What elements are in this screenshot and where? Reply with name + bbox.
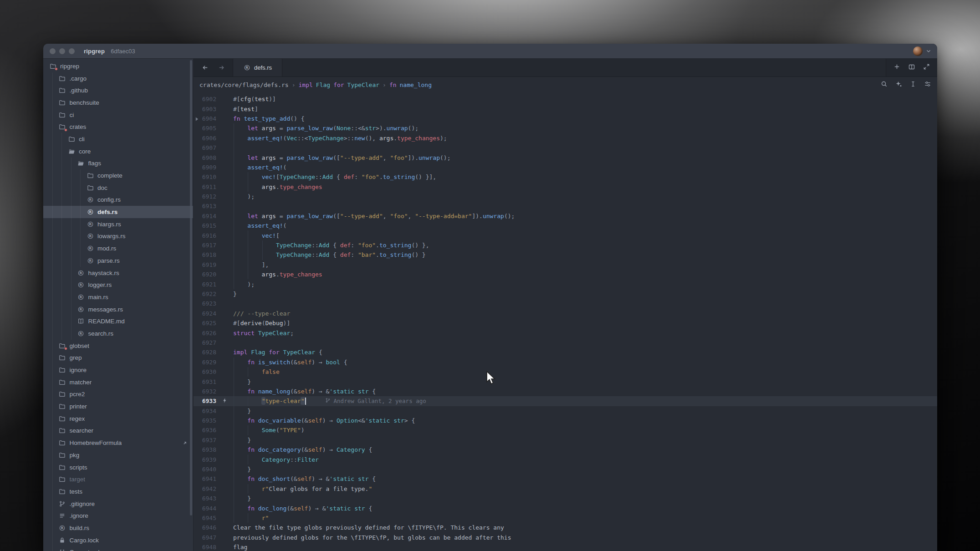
code-line-6925[interactable]: 6925#[derive(Debug)]	[194, 318, 937, 328]
code-line-6916[interactable]: 6916 vec![	[194, 230, 937, 240]
tree-item-build-rs[interactable]: Rbuild.rs	[43, 522, 193, 534]
code-line-6931[interactable]: 6931 }	[194, 377, 937, 386]
code-action-bolt-icon[interactable]	[222, 398, 228, 405]
code-line-6944[interactable]: 6944 fn doc_long(&self) → &'static str {	[194, 503, 937, 513]
tree-item-logger-rs[interactable]: Rlogger.rs	[43, 279, 193, 291]
tree-item-grep[interactable]: grep	[43, 352, 193, 364]
tree-item-main-rs[interactable]: Rmain.rs	[43, 291, 193, 303]
tree-item-globset[interactable]: globset	[43, 340, 193, 352]
code-line-6933[interactable]: 6933 "type-clear"Andrew Gallant, 2 years…	[194, 396, 937, 406]
tree-item-searcher[interactable]: searcher	[43, 425, 193, 437]
tree-item-crates[interactable]: crates	[43, 121, 193, 133]
filter-sliders-icon[interactable]	[924, 81, 931, 89]
tree-item-pkg[interactable]: pkg	[43, 449, 193, 461]
code-line-6936[interactable]: 6936 Some("TYPE")	[194, 425, 937, 435]
assistant-sparkle-icon[interactable]	[895, 81, 902, 89]
tree-item-benchsuite[interactable]: benchsuite	[43, 97, 193, 109]
code-line-6908[interactable]: 6908 let args = parse_low_raw(["--type-a…	[194, 153, 937, 162]
tree-item-core[interactable]: core	[43, 145, 193, 158]
code-line-6904[interactable]: 6904fn test_type_add() {	[194, 114, 937, 123]
close-button[interactable]	[50, 48, 56, 54]
tree-item--cargo[interactable]: .cargo	[43, 72, 193, 85]
project-name[interactable]: ripgrep	[84, 48, 105, 55]
code-line-6946[interactable]: 6946Clear the file type globs previously…	[194, 523, 937, 532]
tree-item-printer[interactable]: printer	[43, 400, 193, 413]
tree-item-homebrewformula[interactable]: HomebrewFormula	[43, 437, 193, 449]
tree-item-cli[interactable]: cli	[43, 133, 193, 145]
tree-item-messages-rs[interactable]: Rmessages.rs	[43, 303, 193, 316]
sidebar-scrollbar[interactable]	[190, 60, 192, 515]
code-line-6934[interactable]: 6934 }	[194, 406, 937, 416]
tree-item-ci[interactable]: ci	[43, 109, 193, 121]
code-line-6929[interactable]: 6929 fn is_switch(&self) → bool {	[194, 357, 937, 367]
code-line-6924[interactable]: 6924/// --type-clear	[194, 309, 937, 318]
tree-item-defs-rs[interactable]: Rdefs.rs	[43, 206, 193, 218]
titlebar[interactable]: ripgrep 6dfaec03	[43, 44, 937, 59]
tree-item-flags[interactable]: flags	[43, 158, 193, 170]
tree-item-hiargs-rs[interactable]: Rhiargs.rs	[43, 218, 193, 230]
code-line-6905[interactable]: 6905 let args = parse_low_raw(None::<&st…	[194, 123, 937, 133]
code-line-6902[interactable]: 6902#[cfg(test)]	[194, 94, 937, 104]
line-marker-icon[interactable]	[195, 116, 199, 123]
code-line-6918[interactable]: 6918 TypeChange::Add { def: "bar".to_str…	[194, 250, 937, 260]
code-line-6919[interactable]: 6919 ],	[194, 260, 937, 270]
tree-item-ripgrep[interactable]: ripgrep	[43, 60, 193, 72]
new-tab-icon[interactable]	[893, 63, 900, 72]
code-line-6920[interactable]: 6920 args.type_changes	[194, 270, 937, 279]
tree-item-parse-rs[interactable]: Rparse.rs	[43, 255, 193, 267]
tree-item-pcre2[interactable]: pcre2	[43, 388, 193, 401]
code-line-6928[interactable]: 6928impl Flag for TypeClear {	[194, 347, 937, 357]
code-editor[interactable]: 6902#[cfg(test)]6903#[test]6904fn test_t…	[194, 92, 937, 551]
code-line-6913[interactable]: 6913	[194, 201, 937, 211]
code-line-6927[interactable]: 6927	[194, 338, 937, 347]
tree-item-target[interactable]: target	[43, 473, 193, 485]
code-line-6941[interactable]: 6941 fn doc_short(&self) → &'static str …	[194, 474, 937, 484]
code-line-6907[interactable]: 6907	[194, 143, 937, 153]
tree-item-ignore[interactable]: ignore	[43, 364, 193, 376]
code-line-6911[interactable]: 6911 args.type_changes	[194, 182, 937, 192]
tab-defs-rs[interactable]: R defs.rs	[233, 59, 282, 77]
code-line-6910[interactable]: 6910 vec![TypeChange::Add { def: "foo".t…	[194, 172, 937, 182]
tree-item-search-rs[interactable]: Rsearch.rs	[43, 327, 193, 340]
minimize-button[interactable]	[59, 48, 65, 54]
code-line-6937[interactable]: 6937 }	[194, 435, 937, 445]
expand-pane-icon[interactable]	[923, 63, 930, 72]
tree-item-doc[interactable]: doc	[43, 182, 193, 194]
tree-item-cargo-lock[interactable]: Cargo.lock	[43, 534, 193, 546]
code-line-6947[interactable]: 6947previously defined globs for the \fI…	[194, 533, 937, 542]
commit-hash[interactable]: 6dfaec03	[111, 48, 135, 55]
tree-item-tests[interactable]: tests	[43, 485, 193, 498]
tree-item--github[interactable]: .github	[43, 84, 193, 97]
code-line-6914[interactable]: 6914 let args = parse_low_raw(["--type-a…	[194, 211, 937, 221]
code-line-6923[interactable]: 6923	[194, 299, 937, 308]
navigate-forward-icon[interactable]	[215, 62, 227, 74]
code-line-6940[interactable]: 6940 }	[194, 464, 937, 474]
tree-item-scripts[interactable]: scripts	[43, 461, 193, 474]
chevron-down-icon[interactable]	[925, 48, 932, 54]
code-line-6932[interactable]: 6932 fn name_long(&self) → &'static str …	[194, 387, 937, 396]
code-line-6935[interactable]: 6935 fn doc_variable(&self) → Option<&'s…	[194, 416, 937, 425]
navigate-back-icon[interactable]	[199, 62, 211, 74]
tree-item-mod-rs[interactable]: Rmod.rs	[43, 242, 193, 255]
code-line-6939[interactable]: 6939 Category::Filter	[194, 454, 937, 464]
tree-item-cargo-toml[interactable]: Cargo.toml	[43, 546, 193, 551]
tree-item-complete[interactable]: complete	[43, 169, 193, 182]
code-line-6906[interactable]: 6906 assert_eq!(Vec::<TypeChange>::new()…	[194, 133, 937, 143]
code-line-6922[interactable]: 6922}	[194, 289, 937, 299]
code-line-6938[interactable]: 6938 fn doc_category(&self) → Category {	[194, 445, 937, 454]
tree-item-lowargs-rs[interactable]: Rlowargs.rs	[43, 230, 193, 243]
code-line-6930[interactable]: 6930 false	[194, 367, 937, 377]
code-line-6926[interactable]: 6926struct TypeClear;	[194, 328, 937, 337]
code-line-6943[interactable]: 6943 }	[194, 494, 937, 503]
code-line-6903[interactable]: 6903#[test]	[194, 104, 937, 113]
code-line-6915[interactable]: 6915 assert_eq!(	[194, 221, 937, 230]
code-line-6942[interactable]: 6942 r"Clear globs for a file type."	[194, 484, 937, 494]
breadcrumb[interactable]: crates/core/flags/defs.rs›implFlagforTyp…	[199, 82, 432, 88]
tree-item--gitignore[interactable]: .gitignore	[43, 498, 193, 510]
code-line-6917[interactable]: 6917 TypeChange::Add { def: "foo".to_str…	[194, 240, 937, 250]
tree-item-regex[interactable]: regex	[43, 413, 193, 425]
tree-item-matcher[interactable]: matcher	[43, 376, 193, 388]
split-pane-icon[interactable]	[908, 63, 915, 72]
code-line-6948[interactable]: 6948flag	[194, 542, 937, 551]
tree-item--ignore[interactable]: .ignore	[43, 510, 193, 522]
